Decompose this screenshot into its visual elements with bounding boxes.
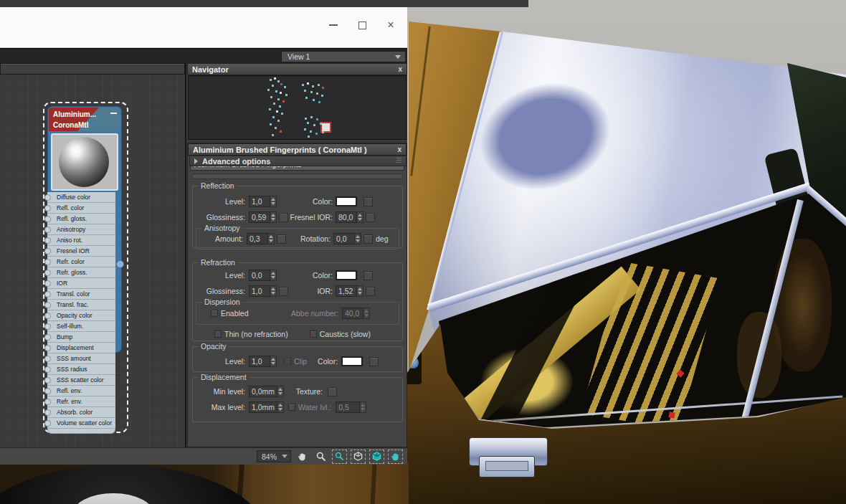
zoom-extents-selected-button[interactable] xyxy=(369,450,384,464)
refraction-color-swatch[interactable] xyxy=(336,270,357,280)
zoom-level-dropdown[interactable]: 84% xyxy=(257,450,291,462)
node-slot[interactable]: Refl. gloss. xyxy=(47,214,115,224)
slot-connector-icon[interactable] xyxy=(44,334,51,341)
refraction-glossiness-field[interactable]: 1,0 xyxy=(249,285,270,297)
reflection-level-spinner[interactable] xyxy=(270,196,277,207)
node-slot[interactable]: Aniso rot. xyxy=(47,235,115,246)
node-slot[interactable]: Transl. color xyxy=(47,289,115,300)
water-level-spinner[interactable] xyxy=(360,401,366,413)
node-slot[interactable]: Transl. frac. xyxy=(47,300,115,310)
node-header[interactable]: Aluminium... CoronaMtl xyxy=(49,108,120,131)
anisotropy-amount-map-button[interactable] xyxy=(277,234,286,244)
abbe-number-spinner[interactable] xyxy=(363,308,370,319)
parameters-close-button[interactable]: x xyxy=(397,146,401,153)
displacement-max-spinner[interactable] xyxy=(277,401,284,413)
minimize-button[interactable] xyxy=(327,19,340,32)
opacity-color-map-button[interactable] xyxy=(369,357,379,366)
zoom-region-button[interactable] xyxy=(332,450,347,464)
slot-connector-icon[interactable] xyxy=(44,270,51,276)
water-level-field[interactable]: 0,5 xyxy=(336,401,360,413)
slot-connector-icon[interactable] xyxy=(44,205,51,211)
thin-refraction-checkbox[interactable] xyxy=(214,331,222,338)
node-slot[interactable]: Refl. env. xyxy=(47,386,115,396)
anisotropy-amount-field[interactable]: 0,3 xyxy=(247,233,268,244)
anisotropy-amount-spinner[interactable] xyxy=(268,233,275,244)
navigator-minimap[interactable] xyxy=(188,75,407,140)
node-slot[interactable]: Volume scatter color xyxy=(47,418,115,429)
node-slot[interactable]: Fresnel IOR xyxy=(47,246,115,257)
node-collapse-icon[interactable] xyxy=(110,113,117,114)
slot-connector-icon[interactable] xyxy=(44,345,51,351)
caustics-checkbox[interactable] xyxy=(310,331,317,338)
window-titlebar[interactable]: × xyxy=(0,7,407,48)
slot-connector-icon[interactable] xyxy=(44,280,51,287)
slot-connector-icon[interactable] xyxy=(44,194,51,201)
node-slot[interactable]: Bump xyxy=(47,332,115,343)
displacement-max-field[interactable]: 1,0mm xyxy=(249,401,277,413)
slot-connector-icon[interactable] xyxy=(44,377,51,384)
node-slot[interactable]: SSS scatter color xyxy=(47,375,115,386)
node-slot[interactable]: Refl. color xyxy=(47,203,115,214)
displacement-texture-button[interactable] xyxy=(328,387,337,396)
node-slot[interactable]: SSS radius xyxy=(47,364,115,375)
dispersion-enabled-checkbox[interactable] xyxy=(211,310,218,317)
slot-connector-icon[interactable] xyxy=(44,216,51,222)
pan-tool-button[interactable] xyxy=(295,450,310,464)
reflection-color-map-button[interactable] xyxy=(363,197,373,206)
node-view-canvas[interactable]: Aluminium... CoronaMtl Diffuse color xyxy=(0,75,185,447)
maximize-button[interactable] xyxy=(356,19,369,32)
slot-connector-icon[interactable] xyxy=(44,388,51,394)
displacement-min-spinner[interactable] xyxy=(277,386,284,397)
node-slot[interactable]: Refr. gloss. xyxy=(47,267,115,278)
slot-connector-icon[interactable] xyxy=(44,259,51,265)
node-slot[interactable]: Anisotropy xyxy=(47,224,115,235)
rollout-scroll-bar[interactable] xyxy=(191,173,403,179)
node-slot[interactable]: Self-illum. xyxy=(47,321,115,332)
slot-connector-icon[interactable] xyxy=(44,399,51,405)
anisotropy-rotation-spinner[interactable] xyxy=(355,233,361,244)
refraction-glossiness-map-button[interactable] xyxy=(279,287,288,296)
slot-connector-icon[interactable] xyxy=(44,323,51,330)
material-preview[interactable] xyxy=(51,133,118,191)
slot-connector-icon[interactable] xyxy=(44,356,51,362)
reflection-glossiness-field[interactable]: 0,59 xyxy=(249,211,270,223)
slot-connector-icon[interactable] xyxy=(44,366,51,373)
reflection-color-swatch[interactable] xyxy=(336,196,357,206)
abbe-number-field[interactable]: 40,0 xyxy=(342,308,363,319)
slot-connector-icon[interactable] xyxy=(44,313,51,319)
anisotropy-rotation-field[interactable]: 0,0 xyxy=(333,233,355,244)
refraction-ior-spinner[interactable] xyxy=(357,285,363,297)
navigator-header[interactable]: Navigator x xyxy=(187,63,407,75)
anisotropy-rotation-map-button[interactable] xyxy=(363,234,373,244)
slot-connector-icon[interactable] xyxy=(44,409,51,416)
slot-connector-icon[interactable] xyxy=(44,227,51,233)
zoom-extents-button[interactable] xyxy=(351,450,366,464)
navigator-close-button[interactable]: x xyxy=(398,65,402,73)
opacity-clip-checkbox[interactable] xyxy=(284,358,291,365)
refraction-color-map-button[interactable] xyxy=(363,271,373,280)
opacity-level-spinner[interactable] xyxy=(270,356,277,367)
slot-connector-icon[interactable] xyxy=(44,248,51,255)
node-slot[interactable]: Absorb. color xyxy=(47,407,115,418)
fresnel-ior-spinner[interactable] xyxy=(357,211,363,223)
reflection-glossiness-map-button[interactable] xyxy=(279,213,288,222)
reflection-level-field[interactable]: 1,0 xyxy=(249,196,270,207)
refraction-glossiness-spinner[interactable] xyxy=(270,285,277,297)
view-selector-dropdown[interactable]: View 1 xyxy=(281,51,406,62)
refraction-level-field[interactable]: 0,0 xyxy=(249,270,270,281)
displacement-min-field[interactable]: 0,0mm xyxy=(249,386,277,397)
close-button[interactable]: × xyxy=(384,19,397,32)
rollup-header[interactable]: Advanced options xyxy=(189,156,407,166)
reflection-glossiness-spinner[interactable] xyxy=(270,211,277,223)
node-slot[interactable]: SSS amount xyxy=(47,353,115,364)
node-slot[interactable]: Diffuse color xyxy=(47,192,115,203)
node-slot[interactable]: Opacity color xyxy=(47,310,115,321)
refraction-ior-map-button[interactable] xyxy=(366,287,375,296)
refraction-level-spinner[interactable] xyxy=(270,270,277,281)
refraction-ior-field[interactable]: 1,52 xyxy=(336,285,357,297)
slot-connector-icon[interactable] xyxy=(44,291,51,298)
opacity-color-swatch[interactable] xyxy=(341,356,363,366)
node-slot[interactable]: IOR xyxy=(47,278,115,289)
slot-connector-icon[interactable] xyxy=(44,237,51,244)
slot-connector-icon[interactable] xyxy=(44,302,51,308)
